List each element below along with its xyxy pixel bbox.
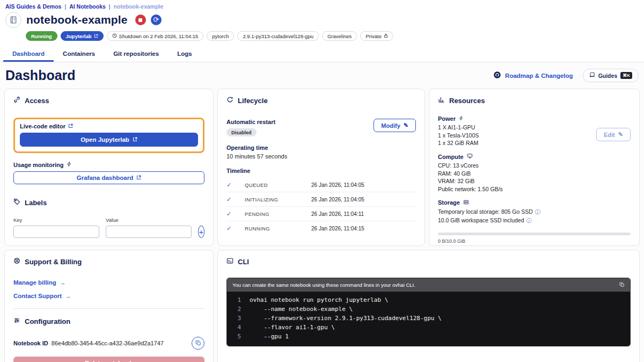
access-card: Access Live-code editor Open Jupyterlab … [4, 89, 214, 246]
timeline: ✓ QUEUED 26 Jan 2026, 11:04:05 ✓ INITIAL… [226, 178, 416, 235]
tab-containers[interactable]: Containers [54, 46, 104, 62]
label-key-input[interactable] [13, 226, 99, 238]
live-code-editor-label: Live-code editor [20, 123, 65, 129]
info-icon[interactable]: ⓘ [535, 209, 540, 215]
github-icon [493, 71, 501, 80]
timeline-state: QUEUED [245, 182, 311, 188]
restart-button[interactable]: ⟳ [151, 15, 162, 25]
tab-bar: Dashboard Containers Git repositories Lo… [0, 46, 644, 62]
breadcrumb: AIS Guides & Demos | AI Notebooks | note… [0, 0, 644, 10]
line-number: 2 [233, 305, 241, 314]
shutdown-badge-label: Shutdown on 2 Feb 2026, 11:04:15 [119, 33, 199, 39]
access-card-title: Access [25, 97, 49, 105]
contact-support-link[interactable]: Contact Support → [13, 293, 204, 299]
timeline-state: RUNNING [245, 226, 311, 231]
notebook-id-value: 86e4db80-3454-45cc-a432-36ae9d2a1747 [52, 340, 164, 346]
code-line: --flavor ai1-1-gpu \ [250, 323, 335, 332]
copy-cli-button[interactable] [619, 281, 625, 289]
app: AIS Guides & Demos | AI Notebooks | note… [0, 0, 644, 362]
copy-notebook-id-button[interactable] [192, 337, 204, 350]
open-jupyterlab-label: Open Jupyterlab [80, 136, 129, 143]
highlight-annotation: Live-code editor Open Jupyterlab [13, 118, 204, 153]
grafana-dashboard-label: Grafana dashboard [77, 175, 133, 181]
automatic-restart-status: Disabled [226, 128, 257, 136]
open-jupyterlab-button[interactable]: Open Jupyterlab [20, 133, 198, 147]
line-number: 4 [233, 323, 241, 332]
timeline-label: Timeline [226, 168, 416, 174]
info-icon[interactable]: ⓘ [526, 218, 532, 223]
copy-icon [195, 339, 201, 347]
timeline-row: ✓ RUNNING 26 Jan 2026, 11:04:15 [226, 221, 416, 235]
check-icon: ✓ [226, 225, 245, 232]
arrow-right-icon: → [65, 293, 71, 299]
label-value-input[interactable] [106, 226, 192, 238]
grafana-dashboard-button[interactable]: Grafana dashboard [13, 171, 204, 184]
usage-monitoring-label: Usage monitoring [13, 162, 64, 168]
add-label-button[interactable]: + [198, 226, 204, 238]
manage-billing-label: Manage billing [13, 279, 56, 286]
code-line: ovhai notebook run pytorch jupyterlab \ [250, 295, 388, 305]
code-line: --framework-version 2.9.1-py313-cudadeve… [250, 314, 442, 323]
cli-card-title: CLI [238, 258, 249, 266]
compute-item: CPU: 13 vCores [438, 162, 631, 169]
badge-row: Running Jupyterlab Shutdown on 2 Feb 202… [0, 28, 644, 45]
automatic-restart-label: Automatic restart [226, 119, 275, 125]
cli-code[interactable]: 1ovhai notebook run pytorch jupyterlab \… [227, 292, 630, 346]
tab-dashboard[interactable]: Dashboard [3, 46, 54, 62]
timeline-time: 26 Jan 2026, 11:04:11 [311, 211, 364, 217]
section-divider [13, 308, 204, 309]
external-link-icon [136, 175, 141, 181]
tag-icon [13, 198, 20, 207]
timeline-row: ✓ PENDING 26 Jan 2026, 11:04:11 [226, 207, 416, 221]
storage-item: Temporary local storage: 805 Go SSD [438, 208, 533, 215]
guides-button[interactable]: Guides ⌘K [583, 69, 639, 82]
link-icon [13, 96, 20, 105]
stop-button[interactable] [135, 15, 146, 25]
arrow-right-icon: → [60, 279, 66, 286]
resources-icon [438, 96, 445, 105]
terminal-icon [226, 257, 233, 266]
breadcrumb-link-ai-notebooks[interactable]: AI Notebooks [69, 3, 106, 10]
notebook-title: notebook-example [26, 13, 128, 26]
external-link-icon [68, 123, 73, 129]
copy-icon [619, 281, 625, 289]
power-section-label: Power [438, 115, 456, 122]
compute-item: RAM: 40 GiB [438, 170, 631, 177]
compute-item: VRAM: 32 GiB [438, 178, 631, 184]
compute-item: Public network: 1.50 GB/s [438, 186, 631, 192]
status-badge: Running [26, 31, 57, 41]
roadmap-changelog-link[interactable]: Roadmap & Changelog [493, 71, 573, 80]
storage-progress-bar [438, 233, 631, 235]
contact-support-label: Contact Support [13, 293, 62, 299]
storage-usage-text: 0 B/10.0 GiB [438, 238, 631, 244]
sliders-icon [13, 317, 20, 325]
timeline-time: 26 Jan 2026, 11:04:05 [311, 182, 364, 188]
stop-icon [138, 18, 142, 22]
framework-badge: pytorch [207, 31, 234, 41]
bolt-icon [459, 115, 464, 122]
delete-notebook-button[interactable]: Delete notebook [13, 357, 204, 362]
guides-button-label: Guides [598, 73, 618, 79]
edit-resources-button[interactable]: Edit ✎ [596, 128, 631, 141]
configuration-card-title: Configuration [25, 317, 70, 325]
roadmap-changelog-label: Roadmap & Changelog [505, 73, 573, 79]
tab-git-repositories[interactable]: Git repositories [104, 46, 168, 62]
jupyterlab-badge[interactable]: Jupyterlab [61, 31, 104, 41]
manage-billing-link[interactable]: Manage billing → [13, 279, 204, 286]
label-key-caption: Key [13, 217, 99, 223]
jupyterlab-badge-label: Jupyterlab [66, 33, 92, 39]
timeline-time: 26 Jan 2026, 11:04:05 [311, 197, 364, 202]
labels-count-text: 0 labels configured [13, 244, 204, 246]
label-value-caption: Value [106, 217, 192, 223]
monitor-icon [467, 153, 473, 160]
timeline-row: ✓ QUEUED 26 Jan 2026, 11:04:05 [226, 178, 416, 192]
modify-button[interactable]: Modify ✎ [374, 119, 416, 132]
region-badge: Gravelines [322, 31, 357, 41]
lifecycle-card: Lifecycle Automatic restart Disabled Mod… [217, 89, 425, 246]
breadcrumb-link-guides-demos[interactable]: AIS Guides & Demos [5, 3, 61, 10]
tab-logs[interactable]: Logs [168, 46, 201, 62]
version-badge: 2.9.1-py313-cudadevel128-gpu [237, 31, 319, 41]
lifecycle-card-title: Lifecycle [238, 97, 268, 105]
privacy-badge-label: Private [365, 33, 382, 39]
page-title: Dashboard [5, 68, 76, 83]
